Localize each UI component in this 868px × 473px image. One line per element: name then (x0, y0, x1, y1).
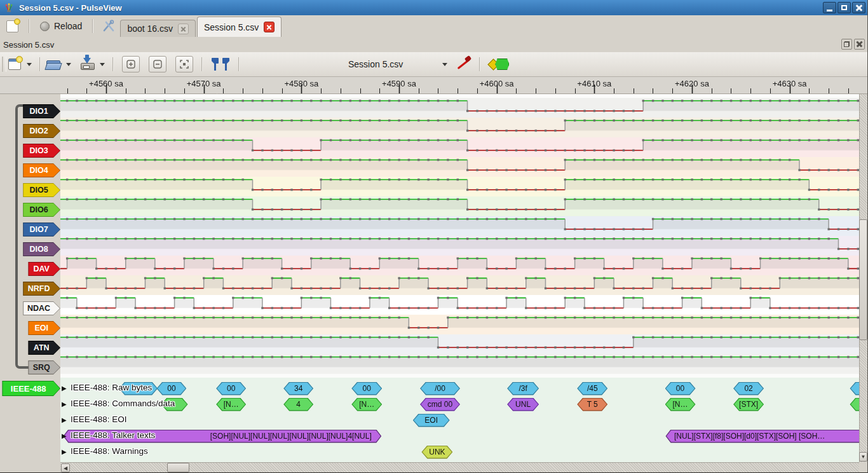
decoder-annotation: [STX] (733, 398, 764, 411)
tab-close-button[interactable] (264, 22, 275, 32)
new-view-button[interactable] (8, 58, 21, 70)
save-button[interactable] (80, 58, 94, 70)
separator (201, 57, 203, 71)
annotation-label: [N… (353, 399, 381, 410)
device-selector-value: Session 5.csv (348, 59, 403, 69)
v-scroll-down-button[interactable]: ▼ (859, 452, 867, 462)
reload-button[interactable]: Reload (34, 15, 88, 37)
decoder-annotation: /00 (420, 382, 460, 395)
annotation-label: [N… (666, 399, 695, 410)
scrollbar-corner (859, 462, 868, 473)
annotation-label: /45 (578, 383, 607, 394)
annotation-label: /3f (508, 383, 538, 394)
settings-wrench-icon[interactable] (102, 20, 115, 32)
maximize-icon (841, 5, 847, 10)
device-selector-dropdown (442, 63, 447, 66)
decoder-annotation: [N… (665, 398, 696, 411)
zoom-fit-icon (180, 60, 189, 69)
run-capture-button[interactable] (455, 56, 471, 72)
tab-close-button[interactable] (178, 24, 189, 34)
subwindow-header: Session 5.csv (0, 37, 867, 52)
probe-tip-icon (465, 55, 471, 62)
decoder-annotation (850, 398, 859, 411)
close-icon (856, 4, 862, 11)
subwindow-title: Session 5.csv (3, 40, 54, 50)
window-title: Session 5.csv - PulseView (19, 3, 122, 13)
close-icon (181, 27, 186, 31)
decoder-annotation: 00 (665, 382, 696, 395)
h-scrollbar-thumb[interactable] (167, 463, 189, 472)
zoom-in-button[interactable] (122, 56, 140, 72)
new-view-dropdown[interactable] (27, 63, 32, 66)
separator (479, 57, 480, 71)
decoder-annotation: 00 (351, 382, 382, 395)
annotation-label (851, 399, 859, 410)
annotation-label: 4 (285, 399, 313, 410)
session-tabbar: Reload boot 16.csv Session 5.csv (0, 15, 867, 38)
close-button[interactable] (852, 2, 865, 13)
minimize-icon (827, 10, 832, 11)
decoder-annotation (850, 382, 859, 395)
decoder-annotation: 4 (283, 398, 313, 411)
new-view-icon (8, 58, 21, 70)
decoder-annotation: 00 (156, 382, 186, 395)
decoder-annotation: /3f (507, 382, 539, 395)
annotation-label: 00 (158, 383, 186, 394)
annotation-label: 00 (353, 383, 381, 394)
pulseview-window: +4560 sa+4570 sa+4580 sa+4590 sa+4600 sa… (0, 0, 868, 473)
cursor-flag-icon (222, 58, 229, 71)
toolbar-grip[interactable] (2, 57, 6, 72)
decoder-annotation: [NUL][STX][f8][SOH][d0][STX][SOH] [SOH… (665, 430, 859, 443)
decoder-row-label: IEEE-488: Raw bytes (71, 383, 152, 392)
subwindow-close-button[interactable] (854, 39, 865, 50)
subwindow-restore-button[interactable] (841, 39, 852, 50)
decoder-annotation: UNK (421, 446, 452, 459)
maximize-button[interactable] (837, 2, 851, 13)
decoder-annotation: T 5 (577, 398, 607, 411)
tab-label: Session 5.csv (204, 22, 259, 32)
show-cursors-button[interactable] (212, 58, 229, 71)
annotation-label (851, 383, 859, 394)
annotation-label: 00 (666, 383, 695, 394)
decoder-row-expand-arrow[interactable]: ▶ (62, 401, 67, 408)
zoom-out-button[interactable] (149, 56, 166, 72)
reload-icon (40, 22, 50, 31)
decoder-row-expand-arrow[interactable]: ▶ (62, 448, 67, 455)
close-icon (857, 41, 862, 47)
main-toolbar: Session 5.csv (0, 52, 867, 77)
device-selector[interactable]: Session 5.csv (348, 59, 451, 69)
titlebar[interactable]: Session 5.csv - PulseView (0, 0, 867, 15)
cursor-flag-icon (212, 58, 219, 71)
decoder-row-expand-arrow[interactable]: ▶ (62, 432, 67, 439)
v-scrollbar-thumb[interactable] (859, 219, 867, 340)
annotation-label: 02 (735, 383, 763, 394)
annotation-label: 34 (285, 383, 313, 394)
decoder-annotation: 02 (733, 382, 764, 395)
separator (29, 19, 30, 33)
decoder-annotation: [N… (351, 398, 382, 411)
decoder-row-expand-arrow[interactable]: ▶ (62, 416, 67, 423)
tab-boot16[interactable]: boot 16.csv (120, 20, 196, 37)
decoder-row-label: IEEE-488: Commands/data (71, 399, 175, 408)
minimize-button[interactable] (823, 2, 836, 13)
decoder-row-label: IEEE-488: Warnings (71, 446, 148, 456)
annotation-label: [N… (217, 399, 245, 410)
annotation-label: UNL (508, 399, 538, 410)
decoder-annotation: [N… (216, 398, 246, 411)
restore-icon (844, 41, 850, 47)
annotation-label: 00 (217, 383, 245, 394)
open-dropdown[interactable] (66, 63, 71, 66)
zoom-out-icon (153, 60, 162, 69)
open-button[interactable] (46, 59, 60, 70)
separator (92, 19, 93, 33)
zoom-fit-button[interactable] (175, 56, 193, 72)
h-scroll-left-button[interactable]: ◀ (61, 463, 70, 472)
decoder-row-expand-arrow[interactable]: ▶ (62, 385, 67, 392)
add-decoder-button[interactable] (489, 58, 509, 70)
annotation-label: /00 (421, 383, 459, 394)
annotation-label: cmd 00 (421, 399, 459, 410)
save-dropdown[interactable] (100, 63, 105, 66)
annotation-label: T 5 (578, 399, 607, 410)
tab-session5[interactable]: Session 5.csv (197, 17, 281, 37)
new-session-icon[interactable] (6, 20, 18, 32)
